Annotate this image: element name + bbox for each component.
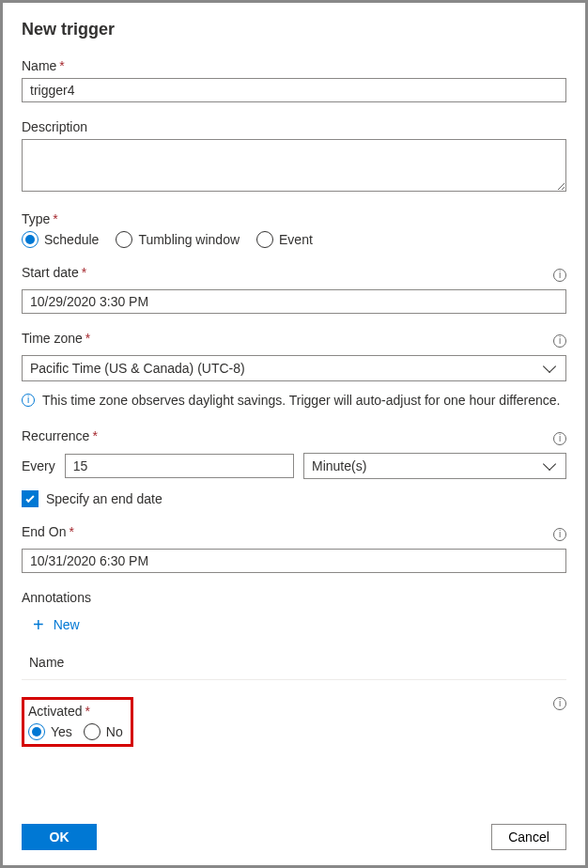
end-on-input[interactable]: [22, 549, 566, 573]
plus-icon: +: [33, 615, 44, 634]
chevron-down-icon: [543, 457, 556, 471]
check-icon: [25, 493, 34, 502]
cancel-button[interactable]: Cancel: [491, 824, 566, 850]
activated-radio-yes[interactable]: Yes: [28, 723, 72, 740]
panel-title: New trigger: [22, 20, 566, 39]
recurrence-unit-select[interactable]: Minute(s): [303, 453, 566, 479]
type-radio-schedule[interactable]: Schedule: [22, 231, 99, 248]
footer: OK Cancel: [3, 813, 585, 865]
start-date-label: Start date*: [22, 265, 86, 280]
timezone-label: Time zone*: [22, 331, 90, 346]
activated-label: Activated*: [28, 704, 123, 719]
annotations-label: Annotations: [22, 590, 566, 605]
type-radio-event[interactable]: Event: [256, 231, 313, 248]
name-input[interactable]: [22, 78, 566, 102]
timezone-select[interactable]: Pacific Time (US & Canada) (UTC-8): [22, 355, 566, 381]
info-icon[interactable]: i: [553, 334, 566, 348]
end-on-label: End On*: [22, 524, 74, 539]
activated-highlight: Activated* Yes No: [22, 697, 133, 747]
info-icon[interactable]: i: [553, 432, 566, 445]
recurrence-value-input[interactable]: [65, 454, 294, 478]
type-label: Type*: [22, 211, 566, 226]
ok-button[interactable]: OK: [22, 824, 97, 850]
timezone-help: i This time zone observes daylight savin…: [22, 393, 566, 408]
specify-end-label: Specify an end date: [46, 491, 162, 506]
info-icon[interactable]: i: [553, 528, 566, 541]
chevron-down-icon: [543, 360, 556, 373]
specify-end-checkbox[interactable]: [22, 490, 39, 507]
type-radio-tumbling[interactable]: Tumbling window: [116, 231, 240, 248]
activated-radio-no[interactable]: No: [84, 723, 123, 740]
info-icon[interactable]: i: [553, 269, 566, 282]
annotations-new-button[interactable]: + New: [22, 610, 566, 645]
description-label: Description: [22, 119, 566, 134]
info-icon: i: [22, 394, 35, 407]
info-icon[interactable]: i: [553, 697, 566, 710]
every-label: Every: [22, 458, 55, 473]
start-date-input[interactable]: [22, 289, 566, 314]
description-input[interactable]: [22, 139, 566, 192]
name-label: Name*: [22, 58, 566, 73]
recurrence-label: Recurrence*: [22, 428, 98, 443]
annotations-column-header: Name: [22, 645, 566, 680]
